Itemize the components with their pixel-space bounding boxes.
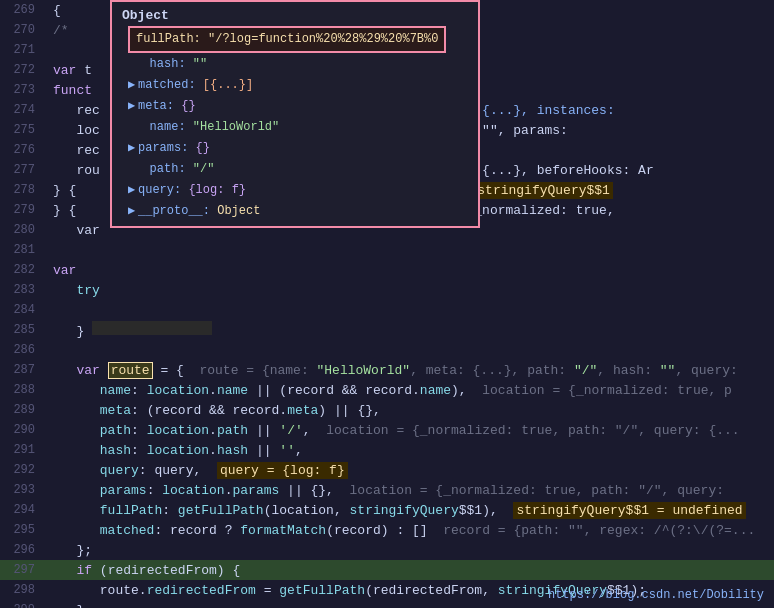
code-line-287: 287 var route = { route = {name: "HelloW… <box>0 360 774 380</box>
code-line-297: 297 if (redirectedFrom) { <box>0 560 774 580</box>
code-area: Object fullPath: "/?log=function%20%28%2… <box>0 0 774 608</box>
code-line-293: 293 params: location.params || {}, locat… <box>0 480 774 500</box>
code-line-286: 286 <box>0 340 774 360</box>
tooltip-path: path: "/" <box>112 159 478 180</box>
tooltip-matched: ▶matched: [{...}] <box>112 75 478 96</box>
tooltip-meta: ▶meta: {} <box>112 96 478 117</box>
tooltip-fullpath: fullPath: "/?log=function%20%28%29%20%7B… <box>112 25 478 54</box>
code-line-285: 285 } <box>0 320 774 340</box>
object-tooltip: Object fullPath: "/?log=function%20%28%2… <box>110 0 480 228</box>
code-line-294: 294 fullPath: getFullPath(location, stri… <box>0 500 774 520</box>
tooltip-name: name: "HelloWorld" <box>112 117 478 138</box>
code-line-289: 289 meta: (record && record.meta) || {}, <box>0 400 774 420</box>
code-line-296: 296 }; <box>0 540 774 560</box>
tooltip-query: ▶query: {log: f} <box>112 180 478 201</box>
code-line-288: 288 name: location.name || (record && re… <box>0 380 774 400</box>
tooltip-proto: ▶__proto__: Object <box>112 201 478 222</box>
code-line-291: 291 hash: location.hash || '', <box>0 440 774 460</box>
code-editor: Object fullPath: "/?log=function%20%28%2… <box>0 0 774 608</box>
code-line-283: 283 try <box>0 280 774 300</box>
code-line-292: 292 query: query, query = {log: f} <box>0 460 774 480</box>
tooltip-title: Object <box>112 6 478 25</box>
tooltip-hash: hash: "" <box>112 54 478 75</box>
code-line-282: 282 var <box>0 260 774 280</box>
code-line-281: 281 <box>0 240 774 260</box>
tooltip-params: ▶params: {} <box>112 138 478 159</box>
code-line-284: 284 <box>0 300 774 320</box>
code-line-295: 295 matched: record ? formatMatch(record… <box>0 520 774 540</box>
fullpath-value: fullPath: "/?log=function%20%28%29%20%7B… <box>128 26 446 53</box>
code-line-290: 290 path: location.path || '/', location… <box>0 420 774 440</box>
url-badge: https://blog.csdn.net/Dobility <box>548 588 764 602</box>
